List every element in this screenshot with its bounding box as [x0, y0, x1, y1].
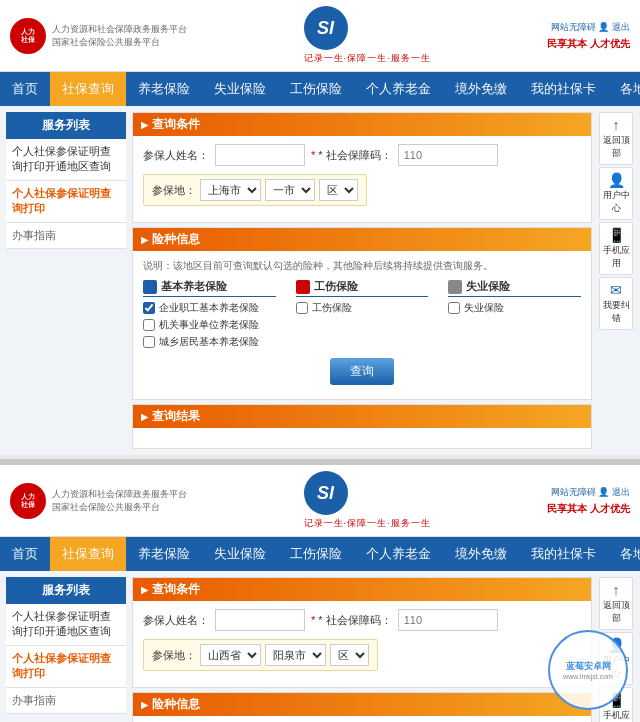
district-select-2[interactable]: 区 [330, 644, 369, 666]
top-links-2[interactable]: 网站无障碍 👤 退出 [547, 486, 630, 499]
sidebar-item-query-print-2[interactable]: 个人社保参保证明查询打印 [6, 646, 126, 688]
top-links-1[interactable]: 网站无障碍 👤 退出 [547, 21, 630, 34]
nav-2: 首页 社保查询 养老保险 失业保险 工伤保险 个人养老金 境外免缴 我的社保卡 … [0, 537, 640, 571]
si-logo-2: SI [304, 471, 348, 515]
name-row-2: 参保人姓名： * 社会保障码： [143, 609, 581, 631]
id-input-1[interactable] [398, 144, 498, 166]
sidebar-item-query-region-2[interactable]: 个人社保参保证明查询打印开通地区查询 [6, 604, 126, 646]
pension-icon-1 [143, 280, 157, 294]
nav-offices-2[interactable]: 各地办事大厅 [608, 537, 640, 571]
feedback-btn-1[interactable]: ✉ 我要纠错 [599, 277, 633, 330]
results-header-1: 查询结果 [133, 405, 591, 428]
name-input-1[interactable] [215, 144, 305, 166]
city-select-1[interactable]: 一市 [265, 179, 315, 201]
pension-checkbox-1-2[interactable] [143, 319, 155, 331]
sidebar-item-guide-2[interactable]: 办事指南 [6, 688, 126, 714]
panel-2: 人力社保 人力资源和社会保障政务服务平台 国家社会保险公共服务平台 SI 记录一… [0, 465, 640, 722]
injury-checkbox-1-1[interactable] [296, 302, 308, 314]
insurance-body-1: 说明：该地区目前可查询默认勾选的险种，其他险种后续将持续提供查询服务。 基本养老… [133, 251, 591, 399]
insurance-header-1: 险种信息 [133, 228, 591, 251]
platform-title-1: 国家社会保险公共服务平台 [52, 36, 187, 49]
injury-icon-1 [296, 280, 310, 294]
district-select-1[interactable]: 区 [319, 179, 358, 201]
sidebar-title-2: 服务列表 [6, 577, 126, 604]
insurance-header-2: 险种信息 [133, 693, 591, 716]
sidebar-item-guide-1[interactable]: 办事指南 [6, 223, 126, 249]
header-title-block-1: 人力资源和社会保障政务服务平台 国家社会保险公共服务平台 [52, 23, 187, 49]
nav-yanglao-1[interactable]: 养老保险 [126, 72, 202, 106]
participation-row-1: 参保地： 上海市 山西省 一市 区 [143, 174, 581, 206]
nav-shebaocard-2[interactable]: 我的社保卡 [519, 537, 608, 571]
province-select-2[interactable]: 山西省 上海市 [200, 644, 261, 666]
user-center-btn-1[interactable]: 👤 用户中心 [599, 167, 633, 220]
nav-home-2[interactable]: 首页 [0, 537, 50, 571]
logo-icon-1: 人力社保 [10, 18, 46, 54]
work-injury-col-1: 工伤保险 工伤保险 [296, 279, 429, 352]
sidebar-1: 服务列表 个人社保参保证明查询打印开通地区查询 个人社保参保证明查询打印 办事指… [6, 112, 126, 449]
work-injury-title-1: 工伤保险 [296, 279, 429, 297]
unemployment-icon-1 [448, 280, 462, 294]
province-select-1[interactable]: 上海市 山西省 [200, 179, 261, 201]
id-input-2[interactable] [398, 609, 498, 631]
nav-offices-1[interactable]: 各地办事大厅 [608, 72, 640, 106]
name-row-1: 参保人姓名： * 社会保障码： [143, 144, 581, 166]
nav-gongshang-2[interactable]: 工伤保险 [278, 537, 354, 571]
watermark-sub: www.lmkjst.com [563, 673, 613, 680]
pension-checkbox-1-1[interactable] [143, 302, 155, 314]
query-section-2: 查询条件 参保人姓名： * 社会保障码： 参保地： 山西省 上海市 [132, 577, 592, 688]
nav-gongshang-1[interactable]: 工伤保险 [278, 72, 354, 106]
query-button-1[interactable]: 查询 [330, 358, 394, 385]
form-area-2: 查询条件 参保人姓名： * 社会保障码： 参保地： 山西省 上海市 [132, 577, 592, 722]
nav-shebao-2[interactable]: 社保查询 [50, 537, 126, 571]
mobile-app-btn-1[interactable]: 📱 手机应用 [599, 222, 633, 275]
query-conditions-header-2: 查询条件 [133, 578, 591, 601]
insurance-section-1: 险种信息 说明：该地区目前可查询默认勾选的险种，其他险种后续将持续提供查询服务。… [132, 227, 592, 400]
logo-icon-2: 人力社保 [10, 483, 46, 519]
id-label-2: * 社会保障码： [311, 613, 392, 628]
header-left-1: 人力社保 人力资源和社会保障政务服务平台 国家社会保险公共服务平台 [10, 18, 187, 54]
pension-item-1-2[interactable]: 机关事业单位养老保险 [143, 318, 276, 332]
unemployment-checkbox-1-1[interactable] [448, 302, 460, 314]
header-title-block-2: 人力资源和社会保障政务服务平台 国家社会保险公共服务平台 [52, 488, 187, 514]
city-select-2[interactable]: 阳泉市 [265, 644, 326, 666]
nav-jingwai-2[interactable]: 境外免缴 [443, 537, 519, 571]
nav-yanglao-2[interactable]: 养老保险 [126, 537, 202, 571]
sidebar-item-query-region-1[interactable]: 个人社保参保证明查询打印开通地区查询 [6, 139, 126, 181]
participation-select-row-1: 参保地： 上海市 山西省 一市 区 [143, 174, 367, 206]
back-to-top-btn-2[interactable]: ↑ 返回顶部 [599, 577, 633, 630]
injury-item-1-1[interactable]: 工伤保险 [296, 301, 429, 315]
header-left-2: 人力社保 人力资源和社会保障政务服务平台 国家社会保险公共服务平台 [10, 483, 187, 519]
nav-shebao-1[interactable]: 社保查询 [50, 72, 126, 106]
back-to-top-btn-1[interactable]: ↑ 返回顶部 [599, 112, 633, 165]
sidebar-title-1: 服务列表 [6, 112, 126, 139]
participation-label-2: 参保地： [152, 648, 196, 663]
motto-2: 民享其本 人才优先 [547, 502, 630, 516]
sidebar-2: 服务列表 个人社保参保证明查询打印开通地区查询 个人社保参保证明查询打印 办事指… [6, 577, 126, 722]
pension-item-1-1[interactable]: 企业职工基本养老保险 [143, 301, 276, 315]
pension-checkbox-1-3[interactable] [143, 336, 155, 348]
nav-gerenyanglao-1[interactable]: 个人养老金 [354, 72, 443, 106]
nav-shebaocard-1[interactable]: 我的社保卡 [519, 72, 608, 106]
id-label-1: * 社会保障码： [311, 148, 392, 163]
nav-gerenyanglao-2[interactable]: 个人养老金 [354, 537, 443, 571]
nav-jingwai-1[interactable]: 境外免缴 [443, 72, 519, 106]
unemployment-title-1: 失业保险 [448, 279, 581, 297]
up-arrow-icon-1: ↑ [602, 117, 630, 133]
nav-shiye-2[interactable]: 失业保险 [202, 537, 278, 571]
name-input-2[interactable] [215, 609, 305, 631]
header-right-2: 网站无障碍 👤 退出 民享其本 人才优先 [547, 486, 630, 516]
nav-1: 首页 社保查询 养老保险 失业保险 工伤保险 个人养老金 境外免缴 我的社保卡 … [0, 72, 640, 106]
platform-label-2: 人力资源和社会保障政务服务平台 [52, 488, 187, 501]
name-label-2: 参保人姓名： [143, 613, 209, 628]
panel-1: 人力社保 人力资源和社会保障政务服务平台 国家社会保险公共服务平台 SI 记录一… [0, 0, 640, 455]
unemployment-item-1-1[interactable]: 失业保险 [448, 301, 581, 315]
nav-home-1[interactable]: 首页 [0, 72, 50, 106]
form-area-1: 查询条件 参保人姓名： * 社会保障码： 参保地： 上海市 山西省 [132, 112, 592, 449]
pension-label-1-2: 机关事业单位养老保险 [159, 318, 259, 332]
si-logo-1: SI [304, 6, 348, 50]
sidebar-item-query-print-1[interactable]: 个人社保参保证明查询打印 [6, 181, 126, 223]
nav-shiye-1[interactable]: 失业保险 [202, 72, 278, 106]
right-panel-1: ↑ 返回顶部 👤 用户中心 📱 手机应用 ✉ 我要纠错 [598, 112, 634, 449]
pension-item-1-3[interactable]: 城乡居民基本养老保险 [143, 335, 276, 349]
query-btn-row-1: 查询 [143, 352, 581, 391]
